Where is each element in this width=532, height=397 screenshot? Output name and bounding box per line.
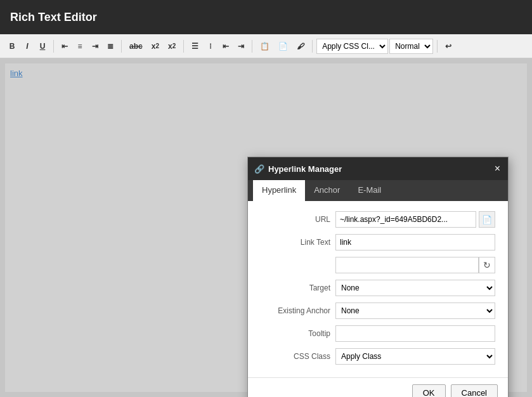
existing-anchor-select[interactable]: None [335, 303, 495, 319]
dialog-titlebar: 🔗 Hyperlink Manager × [248, 157, 508, 180]
tooltip-label: Tooltip [261, 329, 330, 338]
separator-2 [121, 40, 122, 53]
dialog-close-button[interactable]: × [493, 164, 502, 174]
hyperlink-dialog: 🔗 Hyperlink Manager × Hyperlink Anchor E… [247, 157, 509, 397]
link-text-alt-input[interactable] [335, 257, 479, 273]
editor-area: link 🔗 Hyperlink Manager × Hyperlink Anc… [0, 58, 532, 397]
dialog-footer: OK Cancel [248, 377, 508, 397]
url-row: URL 📄 [261, 211, 495, 228]
dialog-title: Hyperlink Manager [268, 164, 342, 174]
outdent-button[interactable]: ⇤ [219, 39, 233, 54]
separator-4 [252, 40, 252, 53]
existing-anchor-label: Existing Anchor [261, 306, 330, 315]
css-class-row: CSS Class Apply Class [261, 348, 495, 365]
url-label: URL [261, 215, 330, 224]
ordered-list-button[interactable]: ☰ [188, 39, 202, 54]
refresh-row: ↻ [261, 257, 495, 273]
separator-1 [53, 40, 54, 53]
app-title: Rich Text Editor [10, 11, 97, 24]
url-browse-button[interactable]: 📄 [479, 211, 495, 228]
app-header: Rich Text Editor [0, 0, 532, 34]
tooltip-row: Tooltip [261, 325, 495, 342]
dialog-tabs: Hyperlink Anchor E-Mail [248, 180, 508, 201]
format-button[interactable]: 🖌 [293, 39, 308, 54]
existing-anchor-row: Existing Anchor None [261, 303, 495, 319]
align-justify-button[interactable]: ≣ [103, 39, 117, 54]
link-text-label: Link Text [261, 238, 330, 247]
separator-6 [437, 40, 438, 53]
target-select[interactable]: None _blank _self _parent _top [335, 280, 495, 296]
bold-button[interactable]: B [5, 39, 19, 54]
css-class-select[interactable]: Apply CSS Cl... [316, 39, 388, 54]
italic-button[interactable]: I [20, 39, 34, 54]
tooltip-input[interactable] [335, 325, 495, 342]
indent-button[interactable]: ⇥ [234, 39, 248, 54]
superscript-button[interactable]: x2 [164, 39, 179, 54]
separator-5 [312, 40, 313, 53]
dialog-title-left: 🔗 Hyperlink Manager [254, 164, 342, 174]
strikethrough-button[interactable]: abc [126, 39, 146, 54]
ok-button[interactable]: OK [412, 384, 446, 397]
paste-button[interactable]: 📋 [256, 39, 273, 54]
url-input[interactable] [335, 211, 476, 228]
css-class-select-dialog[interactable]: Apply Class [335, 348, 495, 365]
target-row: Target None _blank _self _parent _top [261, 280, 495, 296]
align-center-button[interactable]: ≡ [73, 39, 87, 54]
undo-button[interactable]: ↩ [441, 39, 455, 54]
link-text-row: Link Text [261, 234, 495, 251]
cancel-button[interactable]: Cancel [451, 384, 498, 397]
paste-plain-button[interactable]: 📄 [275, 39, 292, 54]
tab-email[interactable]: E-Mail [349, 180, 390, 201]
refresh-button[interactable]: ↻ [479, 257, 495, 273]
css-class-label: CSS Class [261, 352, 330, 361]
tab-hyperlink[interactable]: Hyperlink [253, 180, 305, 201]
tab-anchor[interactable]: Anchor [305, 180, 349, 201]
unordered-list-button[interactable]: ⁝ [204, 39, 217, 54]
link-text-input[interactable] [335, 234, 495, 251]
align-left-button[interactable]: ⇤ [58, 39, 72, 54]
underline-button[interactable]: U [36, 39, 49, 54]
format-select[interactable]: Normal [389, 39, 433, 54]
separator-3 [183, 40, 184, 53]
subscript-button[interactable]: x2 [148, 39, 163, 54]
target-label: Target [261, 283, 330, 292]
editor-toolbar: B I U ⇤ ≡ ⇥ ≣ abc x2 x2 ☰ ⁝ ⇤ ⇥ 📋 📄 🖌 Ap… [0, 34, 532, 58]
dialog-title-icon: 🔗 [254, 164, 264, 174]
dialog-body: URL 📄 Link Text ↻ Target [248, 201, 508, 377]
align-right-button[interactable]: ⇥ [88, 39, 102, 54]
